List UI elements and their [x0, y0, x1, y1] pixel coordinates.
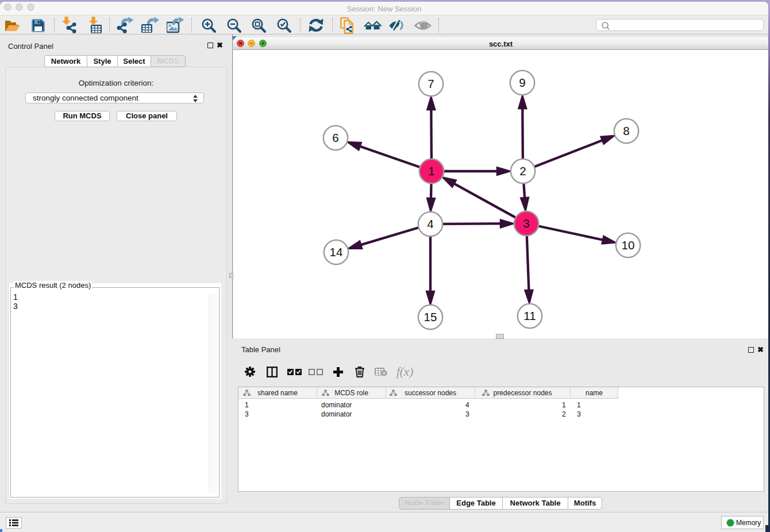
svg-text:14: 14 [330, 245, 343, 259]
svg-text:9: 9 [519, 76, 525, 89]
svg-text:3: 3 [523, 217, 529, 230]
svg-text:8: 8 [623, 124, 629, 137]
svg-text:4: 4 [427, 217, 433, 230]
svg-text:10: 10 [622, 238, 635, 252]
svg-text:11: 11 [523, 309, 536, 322]
svg-text:1: 1 [428, 164, 434, 178]
svg-text:15: 15 [424, 310, 437, 323]
svg-text:2: 2 [519, 164, 526, 178]
svg-text:6: 6 [332, 131, 338, 144]
svg-text:7: 7 [428, 77, 434, 90]
